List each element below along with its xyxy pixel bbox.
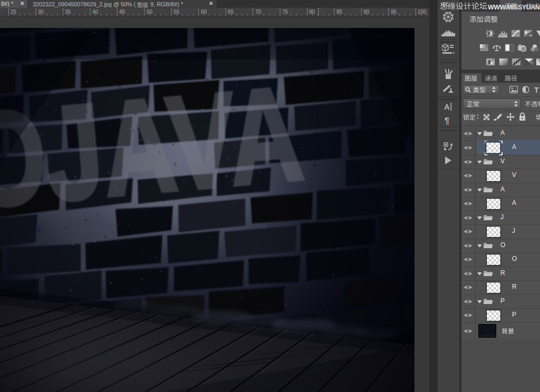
svg-text:A: A: [444, 102, 450, 111]
svg-text:55: 55: [173, 9, 180, 15]
svg-text:45: 45: [119, 9, 126, 15]
svg-text:65: 65: [228, 9, 234, 15]
svg-text:75: 75: [282, 9, 288, 15]
svg-text:35: 35: [65, 9, 71, 15]
svg-text:80: 80: [309, 9, 315, 15]
svg-text:90: 90: [363, 9, 370, 15]
svg-text:25: 25: [11, 9, 17, 15]
svg-text:¶: ¶: [445, 116, 449, 125]
svg-text:100: 100: [418, 9, 427, 15]
svg-text:WWW.MISSYUAN.COM.: WWW.MISSYUAN.COM.: [488, 4, 540, 11]
